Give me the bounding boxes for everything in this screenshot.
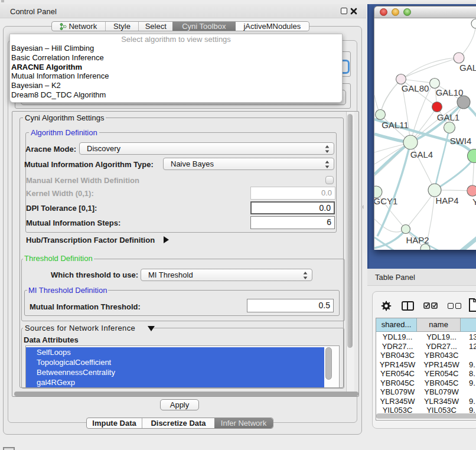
svg-text:HAP2: HAP2	[406, 235, 429, 245]
svg-text:GAL4: GAL4	[410, 149, 433, 159]
svg-text:GCY1: GCY1	[374, 196, 397, 206]
svg-text:GAL11: GAL11	[382, 120, 409, 130]
svg-text:SWI4: SWI4	[450, 136, 472, 146]
svg-text:GAL1: GAL1	[437, 112, 459, 122]
svg-text:Y: Y	[472, 197, 476, 207]
svg-text:GAL10: GAL10	[436, 87, 464, 97]
svg-text:GAL7: GAL7	[459, 63, 476, 73]
svg-text:HAP4: HAP4	[435, 195, 458, 206]
svg-text:GAL80: GAL80	[402, 83, 429, 93]
